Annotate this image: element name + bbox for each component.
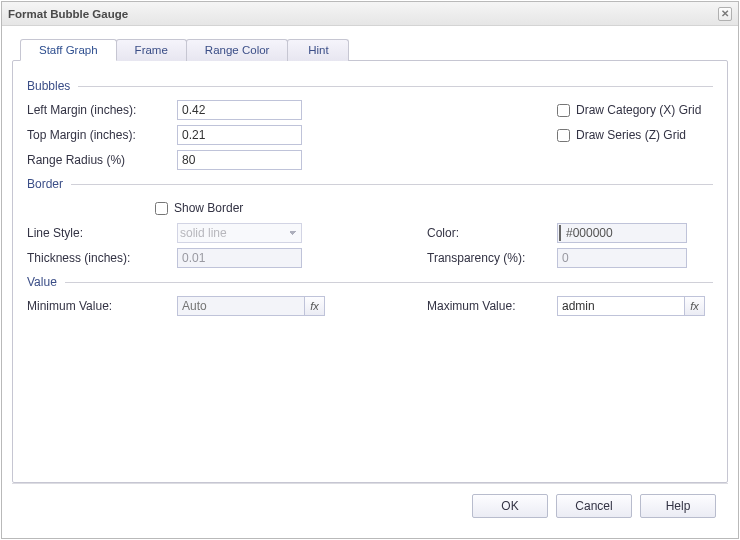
checkbox-show-border-input[interactable] (155, 202, 168, 215)
checkbox-show-border-label: Show Border (174, 201, 243, 215)
label-color: Color: (427, 226, 557, 240)
input-thickness[interactable] (177, 248, 302, 268)
checkbox-draw-z-grid[interactable]: Draw Series (Z) Grid (557, 128, 737, 142)
checkbox-draw-x-grid-input[interactable] (557, 104, 570, 117)
row-top-margin: Top Margin (inches): Draw Series (Z) Gri… (27, 124, 713, 146)
row-thickness: Thickness (inches): Transparency (%): (27, 247, 713, 269)
section-value: Value (27, 275, 713, 289)
label-max-value: Maximum Value: (427, 299, 557, 313)
cancel-button[interactable]: Cancel (556, 494, 632, 518)
checkbox-draw-z-grid-input[interactable] (557, 129, 570, 142)
title-bar: Format Bubble Gauge ✕ (2, 2, 738, 26)
window-title: Format Bubble Gauge (8, 2, 128, 26)
input-left-margin[interactable] (177, 100, 302, 120)
section-rule (78, 86, 713, 87)
checkbox-draw-x-grid-label: Draw Category (X) Grid (576, 103, 701, 117)
tab-staff-graph[interactable]: Staff Graph (20, 39, 117, 61)
tab-panel: Bubbles Left Margin (inches): Draw Categ… (12, 60, 728, 483)
section-border: Border (27, 177, 713, 191)
fx-button-min[interactable]: fx (305, 296, 325, 316)
dialog-window: Format Bubble Gauge ✕ Staff Graph Frame … (1, 1, 739, 539)
section-rule (65, 282, 713, 283)
section-bubbles: Bubbles (27, 79, 713, 93)
checkbox-draw-x-grid[interactable]: Draw Category (X) Grid (557, 103, 737, 117)
input-color[interactable] (557, 223, 687, 243)
label-min-value: Minimum Value: (27, 299, 177, 313)
label-range-radius: Range Radius (%) (27, 153, 177, 167)
input-min-value[interactable] (177, 296, 305, 316)
label-line-style: Line Style: (27, 226, 177, 240)
section-label: Value (27, 275, 65, 289)
fx-button-max[interactable]: fx (685, 296, 705, 316)
label-top-margin: Top Margin (inches): (27, 128, 177, 142)
tabs-row: Staff Graph Frame Range Color Hint (20, 38, 728, 60)
row-value: Minimum Value: fx Maximum Value: fx (27, 295, 713, 317)
checkbox-show-border[interactable]: Show Border (155, 201, 327, 215)
max-value-wrap: fx (557, 296, 707, 316)
ok-button[interactable]: OK (472, 494, 548, 518)
tab-frame[interactable]: Frame (116, 39, 187, 61)
close-button[interactable]: ✕ (718, 7, 732, 21)
input-color-hex (562, 224, 718, 242)
row-left-margin: Left Margin (inches): Draw Category (X) … (27, 99, 713, 121)
tab-range-color[interactable]: Range Color (186, 39, 289, 61)
row-range-radius: Range Radius (%) (27, 149, 713, 171)
dialog-footer: OK Cancel Help (12, 483, 728, 528)
dialog-body: Staff Graph Frame Range Color Hint Bubbl… (2, 26, 738, 538)
section-label: Bubbles (27, 79, 78, 93)
help-button[interactable]: Help (640, 494, 716, 518)
select-line-style[interactable]: solid line (177, 223, 302, 243)
min-value-wrap: fx (177, 296, 327, 316)
color-swatch-icon (559, 225, 561, 241)
close-icon: ✕ (721, 9, 729, 19)
row-show-border: Show Border (27, 197, 713, 219)
input-range-radius[interactable] (177, 150, 302, 170)
input-top-margin[interactable] (177, 125, 302, 145)
checkbox-draw-z-grid-label: Draw Series (Z) Grid (576, 128, 686, 142)
label-thickness: Thickness (inches): (27, 251, 177, 265)
tab-hint[interactable]: Hint (287, 39, 349, 61)
input-transparency[interactable] (557, 248, 687, 268)
section-rule (71, 184, 713, 185)
input-max-value[interactable] (557, 296, 685, 316)
label-transparency: Transparency (%): (427, 251, 557, 265)
row-line-style: Line Style: solid line Color: (27, 222, 713, 244)
section-label: Border (27, 177, 71, 191)
label-left-margin: Left Margin (inches): (27, 103, 177, 117)
